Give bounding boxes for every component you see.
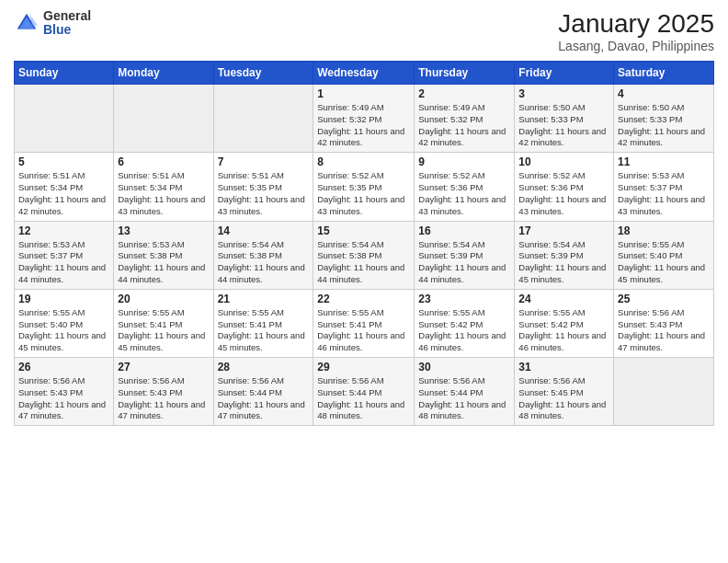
day-info: Sunrise: 5:54 AMSunset: 5:38 PMDaylight:… bbox=[218, 239, 305, 284]
calendar-week-row: 19 Sunrise: 5:55 AMSunset: 5:40 PMDaylig… bbox=[15, 289, 714, 357]
calendar-table: Sunday Monday Tuesday Wednesday Thursday… bbox=[14, 61, 714, 426]
day-number: 23 bbox=[418, 293, 510, 305]
table-row: 5 Sunrise: 5:51 AMSunset: 5:34 PMDayligh… bbox=[15, 153, 114, 221]
day-number: 17 bbox=[518, 224, 609, 237]
col-thursday: Thursday bbox=[415, 62, 515, 85]
col-wednesday: Wednesday bbox=[313, 62, 415, 85]
day-number: 25 bbox=[618, 293, 710, 305]
table-row: 3 Sunrise: 5:50 AMSunset: 5:33 PMDayligh… bbox=[515, 85, 614, 153]
table-row: 11 Sunrise: 5:53 AMSunset: 5:37 PMDaylig… bbox=[614, 153, 714, 221]
day-number: 4 bbox=[618, 87, 710, 100]
table-row: 24 Sunrise: 5:55 AMSunset: 5:42 PMDaylig… bbox=[515, 289, 614, 357]
table-row: 29 Sunrise: 5:56 AMSunset: 5:44 PMDaylig… bbox=[313, 358, 415, 426]
day-info: Sunrise: 5:52 AMSunset: 5:36 PMDaylight:… bbox=[518, 170, 606, 215]
table-row: 22 Sunrise: 5:55 AMSunset: 5:41 PMDaylig… bbox=[313, 289, 415, 357]
day-number: 27 bbox=[118, 361, 209, 373]
day-number: 1 bbox=[317, 87, 410, 100]
title-block: January 2025 Lasang, Davao, Philippines bbox=[558, 9, 714, 53]
day-info: Sunrise: 5:49 AMSunset: 5:32 PMDaylight:… bbox=[418, 102, 506, 147]
table-row: 30 Sunrise: 5:56 AMSunset: 5:44 PMDaylig… bbox=[415, 358, 515, 426]
col-sunday: Sunday bbox=[15, 62, 114, 85]
table-row: 14 Sunrise: 5:54 AMSunset: 5:38 PMDaylig… bbox=[213, 221, 313, 289]
calendar-week-row: 5 Sunrise: 5:51 AMSunset: 5:34 PMDayligh… bbox=[15, 153, 714, 221]
day-info: Sunrise: 5:50 AMSunset: 5:33 PMDaylight:… bbox=[618, 102, 705, 147]
table-row: 8 Sunrise: 5:52 AMSunset: 5:35 PMDayligh… bbox=[313, 153, 415, 221]
location-title: Lasang, Davao, Philippines bbox=[558, 39, 714, 53]
day-number: 24 bbox=[518, 293, 609, 305]
day-info: Sunrise: 5:54 AMSunset: 5:39 PMDaylight:… bbox=[418, 239, 506, 284]
table-row: 20 Sunrise: 5:55 AMSunset: 5:41 PMDaylig… bbox=[114, 289, 213, 357]
day-info: Sunrise: 5:49 AMSunset: 5:32 PMDaylight:… bbox=[317, 102, 404, 147]
table-row: 15 Sunrise: 5:54 AMSunset: 5:38 PMDaylig… bbox=[313, 221, 415, 289]
day-info: Sunrise: 5:53 AMSunset: 5:38 PMDaylight:… bbox=[118, 239, 205, 284]
table-row: 16 Sunrise: 5:54 AMSunset: 5:39 PMDaylig… bbox=[415, 221, 515, 289]
day-number: 19 bbox=[18, 293, 109, 305]
col-tuesday: Tuesday bbox=[213, 62, 313, 85]
day-number: 28 bbox=[218, 361, 310, 373]
day-info: Sunrise: 5:51 AMSunset: 5:34 PMDaylight:… bbox=[118, 170, 205, 215]
page: General Blue January 2025 Lasang, Davao,… bbox=[0, 0, 728, 563]
day-number: 21 bbox=[218, 293, 310, 305]
logo-blue-text: Blue bbox=[43, 23, 91, 37]
month-title: January 2025 bbox=[558, 9, 714, 39]
day-number: 8 bbox=[317, 155, 410, 168]
day-info: Sunrise: 5:55 AMSunset: 5:41 PMDaylight:… bbox=[218, 307, 305, 352]
table-row: 12 Sunrise: 5:53 AMSunset: 5:37 PMDaylig… bbox=[15, 221, 114, 289]
col-friday: Friday bbox=[515, 62, 614, 85]
table-row: 4 Sunrise: 5:50 AMSunset: 5:33 PMDayligh… bbox=[614, 85, 714, 153]
day-number: 7 bbox=[218, 155, 310, 168]
day-info: Sunrise: 5:55 AMSunset: 5:41 PMDaylight:… bbox=[317, 307, 404, 352]
day-info: Sunrise: 5:54 AMSunset: 5:39 PMDaylight:… bbox=[518, 239, 606, 284]
day-number: 22 bbox=[317, 293, 410, 305]
day-info: Sunrise: 5:56 AMSunset: 5:44 PMDaylight:… bbox=[418, 375, 506, 420]
day-info: Sunrise: 5:52 AMSunset: 5:35 PMDaylight:… bbox=[317, 170, 404, 215]
day-info: Sunrise: 5:53 AMSunset: 5:37 PMDaylight:… bbox=[618, 170, 705, 215]
day-info: Sunrise: 5:56 AMSunset: 5:43 PMDaylight:… bbox=[118, 375, 205, 420]
day-number: 20 bbox=[118, 293, 209, 305]
day-number: 10 bbox=[518, 155, 609, 168]
day-number: 29 bbox=[317, 361, 410, 373]
logo-general-text: General bbox=[43, 9, 91, 23]
day-number: 9 bbox=[418, 155, 510, 168]
table-row bbox=[614, 358, 714, 426]
table-row: 25 Sunrise: 5:56 AMSunset: 5:43 PMDaylig… bbox=[614, 289, 714, 357]
table-row: 10 Sunrise: 5:52 AMSunset: 5:36 PMDaylig… bbox=[515, 153, 614, 221]
table-row: 21 Sunrise: 5:55 AMSunset: 5:41 PMDaylig… bbox=[213, 289, 313, 357]
calendar-week-row: 26 Sunrise: 5:56 AMSunset: 5:43 PMDaylig… bbox=[15, 358, 714, 426]
day-info: Sunrise: 5:50 AMSunset: 5:33 PMDaylight:… bbox=[518, 102, 606, 147]
day-info: Sunrise: 5:56 AMSunset: 5:45 PMDaylight:… bbox=[518, 375, 606, 420]
day-number: 13 bbox=[118, 224, 209, 237]
day-number: 5 bbox=[18, 155, 109, 168]
day-info: Sunrise: 5:56 AMSunset: 5:43 PMDaylight:… bbox=[18, 375, 106, 420]
calendar-week-row: 1 Sunrise: 5:49 AMSunset: 5:32 PMDayligh… bbox=[15, 85, 714, 153]
logo-text: General Blue bbox=[43, 9, 91, 38]
table-row bbox=[15, 85, 114, 153]
table-row: 2 Sunrise: 5:49 AMSunset: 5:32 PMDayligh… bbox=[415, 85, 515, 153]
table-row: 1 Sunrise: 5:49 AMSunset: 5:32 PMDayligh… bbox=[313, 85, 415, 153]
table-row: 31 Sunrise: 5:56 AMSunset: 5:45 PMDaylig… bbox=[515, 358, 614, 426]
day-number: 30 bbox=[418, 361, 510, 373]
col-monday: Monday bbox=[114, 62, 213, 85]
day-info: Sunrise: 5:56 AMSunset: 5:44 PMDaylight:… bbox=[317, 375, 404, 420]
table-row: 17 Sunrise: 5:54 AMSunset: 5:39 PMDaylig… bbox=[515, 221, 614, 289]
day-info: Sunrise: 5:55 AMSunset: 5:42 PMDaylight:… bbox=[518, 307, 606, 352]
day-number: 14 bbox=[218, 224, 310, 237]
table-row: 27 Sunrise: 5:56 AMSunset: 5:43 PMDaylig… bbox=[114, 358, 213, 426]
day-info: Sunrise: 5:55 AMSunset: 5:40 PMDaylight:… bbox=[618, 239, 705, 284]
logo: General Blue bbox=[14, 9, 91, 38]
day-number: 11 bbox=[618, 155, 710, 168]
day-info: Sunrise: 5:54 AMSunset: 5:38 PMDaylight:… bbox=[317, 239, 404, 284]
calendar-week-row: 12 Sunrise: 5:53 AMSunset: 5:37 PMDaylig… bbox=[15, 221, 714, 289]
day-info: Sunrise: 5:55 AMSunset: 5:42 PMDaylight:… bbox=[418, 307, 506, 352]
day-number: 15 bbox=[317, 224, 410, 237]
day-info: Sunrise: 5:55 AMSunset: 5:40 PMDaylight:… bbox=[18, 307, 106, 352]
day-info: Sunrise: 5:53 AMSunset: 5:37 PMDaylight:… bbox=[18, 239, 106, 284]
day-number: 16 bbox=[418, 224, 510, 237]
table-row: 9 Sunrise: 5:52 AMSunset: 5:36 PMDayligh… bbox=[415, 153, 515, 221]
calendar-header-row: Sunday Monday Tuesday Wednesday Thursday… bbox=[15, 62, 714, 85]
day-info: Sunrise: 5:56 AMSunset: 5:43 PMDaylight:… bbox=[618, 307, 705, 352]
day-info: Sunrise: 5:51 AMSunset: 5:35 PMDaylight:… bbox=[218, 170, 305, 215]
day-info: Sunrise: 5:52 AMSunset: 5:36 PMDaylight:… bbox=[418, 170, 506, 215]
table-row: 13 Sunrise: 5:53 AMSunset: 5:38 PMDaylig… bbox=[114, 221, 213, 289]
table-row bbox=[213, 85, 313, 153]
